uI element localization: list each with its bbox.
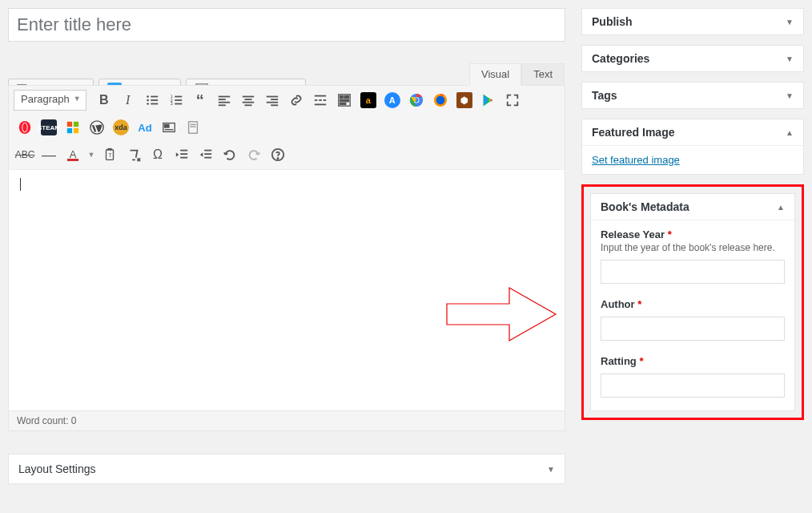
rating-input[interactable]: [601, 374, 785, 398]
windows-icon[interactable]: [62, 116, 84, 139]
horizontal-rule-button[interactable]: —: [38, 143, 60, 166]
align-right-button[interactable]: [261, 89, 283, 111]
text-color-button[interactable]: A: [62, 143, 84, 166]
layout-settings-panel[interactable]: Layout Settings ▼: [8, 454, 565, 484]
format-dropdown[interactable]: Paragraph ▼: [14, 90, 86, 111]
tags-panel: Tags ▼: [581, 82, 804, 109]
chrome-icon[interactable]: [405, 89, 428, 111]
content-editor: Visual Text Paragraph ▼ B I 123 “: [8, 85, 565, 431]
editor-body[interactable]: [9, 170, 565, 410]
svg-rect-50: [67, 128, 72, 133]
italic-button[interactable]: I: [117, 89, 139, 111]
link-button[interactable]: [285, 89, 308, 111]
svg-rect-15: [175, 99, 182, 101]
svg-rect-67: [204, 157, 211, 159]
editor-toolbar: Paragraph ▼ B I 123 “ a A ⬢: [9, 86, 565, 170]
book-metadata-toggle[interactable]: Book's Metadata ▲: [591, 194, 794, 220]
svg-rect-17: [175, 103, 182, 105]
rating-label: Ratting *: [601, 355, 643, 367]
blockquote-button[interactable]: “: [189, 89, 211, 111]
read-more-button[interactable]: [309, 89, 332, 111]
svg-rect-20: [219, 102, 230, 103]
svg-rect-13: [175, 96, 182, 98]
svg-rect-38: [340, 99, 348, 102]
svg-rect-24: [243, 102, 254, 103]
publish-toggle[interactable]: Publish ▼: [582, 9, 803, 34]
opera-icon[interactable]: [14, 116, 36, 139]
release-year-input[interactable]: [601, 260, 785, 284]
svg-rect-48: [67, 122, 72, 127]
svg-rect-54: [165, 124, 169, 127]
indent-button[interactable]: [195, 143, 217, 166]
featured-image-toggle[interactable]: Featured Image ▲: [582, 119, 803, 146]
xda-brown-icon[interactable]: ⬢: [453, 89, 476, 111]
bold-button[interactable]: B: [93, 89, 115, 111]
categories-panel: Categories ▼: [581, 45, 804, 72]
svg-rect-63: [180, 153, 187, 155]
align-center-button[interactable]: [237, 89, 259, 111]
help-button[interactable]: [267, 143, 289, 166]
svg-rect-28: [267, 102, 278, 103]
play-store-icon[interactable]: [477, 89, 500, 111]
post-title-input[interactable]: [8, 8, 565, 42]
svg-rect-49: [74, 122, 78, 127]
svg-rect-27: [271, 99, 278, 100]
chevron-up-icon: ▲: [777, 203, 785, 212]
svg-rect-34: [315, 104, 326, 106]
tab-text[interactable]: Text: [521, 63, 565, 86]
amazon-icon[interactable]: a: [357, 89, 380, 111]
toolbar-toggle-button[interactable]: [333, 89, 356, 111]
author-input[interactable]: [601, 317, 785, 341]
svg-rect-7: [151, 96, 158, 98]
svg-point-69: [277, 158, 278, 159]
svg-rect-31: [315, 99, 318, 101]
outdent-button[interactable]: [171, 143, 193, 166]
svg-rect-60: [107, 148, 111, 151]
editor-footer: Word count: 0: [9, 410, 565, 430]
svg-rect-11: [151, 103, 158, 105]
svg-rect-65: [204, 150, 211, 151]
svg-rect-39: [340, 103, 345, 105]
fullscreen-button[interactable]: [501, 89, 524, 111]
special-char-button[interactable]: Ω: [147, 143, 169, 166]
text-color-caret[interactable]: ▼: [86, 143, 97, 166]
wordpress-icon[interactable]: [86, 116, 108, 139]
steam-icon[interactable]: STEAM: [38, 116, 60, 139]
svg-rect-25: [244, 104, 251, 106]
app-store-icon[interactable]: A: [381, 89, 404, 111]
release-year-desc: Input the year of the book's release her…: [601, 242, 785, 253]
svg-rect-21: [219, 104, 226, 106]
chevron-up-icon: ▲: [786, 128, 794, 137]
svg-rect-32: [319, 99, 322, 101]
set-featured-image-link[interactable]: Set featured image: [592, 154, 680, 166]
svg-rect-33: [323, 99, 326, 101]
align-left-button[interactable]: [213, 89, 235, 111]
svg-rect-56: [189, 122, 198, 133]
svg-rect-22: [243, 96, 254, 98]
redo-button[interactable]: [243, 143, 265, 166]
card-icon[interactable]: [158, 116, 180, 139]
strikethrough-button[interactable]: ABC: [14, 143, 36, 166]
metadata-highlight: Book's Metadata ▲ Release Year * Input t…: [581, 184, 804, 420]
svg-rect-64: [180, 157, 187, 159]
numbered-list-button[interactable]: 123: [165, 89, 187, 111]
svg-rect-19: [219, 99, 226, 100]
paste-text-button[interactable]: T: [98, 143, 121, 166]
tab-visual[interactable]: Visual: [469, 63, 521, 86]
svg-rect-66: [204, 153, 211, 155]
ad-icon[interactable]: Ad: [134, 116, 156, 139]
chevron-down-icon: ▼: [74, 95, 81, 103]
undo-button[interactable]: [219, 143, 241, 166]
xda-icon[interactable]: xda: [110, 116, 132, 139]
book-metadata-panel: Book's Metadata ▲ Release Year * Input t…: [590, 193, 795, 411]
firefox-icon[interactable]: [429, 89, 452, 111]
release-year-label: Release Year *: [601, 228, 672, 240]
svg-point-10: [147, 103, 149, 105]
svg-rect-29: [271, 104, 278, 106]
clear-formatting-button[interactable]: [123, 143, 145, 166]
categories-toggle[interactable]: Categories ▼: [582, 46, 803, 71]
bullet-list-button[interactable]: [141, 89, 163, 111]
svg-point-6: [147, 95, 149, 98]
page-icon[interactable]: [182, 116, 204, 139]
tags-toggle[interactable]: Tags ▼: [582, 83, 803, 108]
